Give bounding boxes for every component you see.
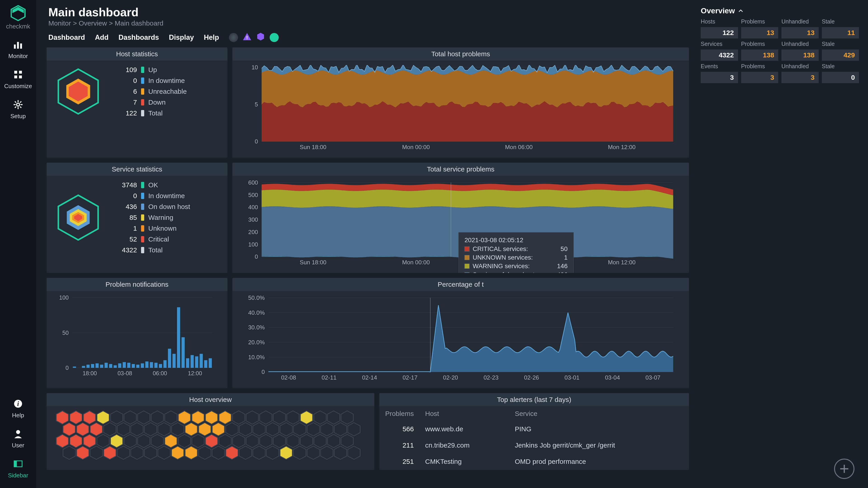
- overview-value[interactable]: 11: [822, 27, 859, 38]
- stats-row[interactable]: 52Critical: [114, 235, 190, 243]
- svg-rect-84: [91, 364, 94, 368]
- toolbar-help[interactable]: Help: [204, 33, 219, 41]
- svg-rect-83: [86, 365, 90, 368]
- host-hex[interactable]: [198, 447, 212, 459]
- toolbar-dashboard[interactable]: Dashboard: [49, 33, 85, 41]
- host-hex[interactable]: [252, 447, 266, 459]
- host-hex[interactable]: [212, 447, 225, 459]
- host-hex[interactable]: [347, 447, 361, 459]
- svg-marker-214: [239, 446, 252, 459]
- host-hex[interactable]: [239, 447, 252, 459]
- sidebar-item-setup[interactable]: Setup: [10, 99, 26, 120]
- svg-text:30.0%: 30.0%: [248, 324, 265, 330]
- stats-row[interactable]: 109Up: [114, 66, 187, 74]
- svg-rect-21: [14, 461, 17, 467]
- overview-label: Problems: [741, 63, 778, 70]
- green-status-icon[interactable]: [270, 33, 279, 42]
- svg-rect-101: [168, 349, 171, 368]
- sidebar-item-sidebar-toggle[interactable]: Sidebar: [8, 458, 28, 479]
- panel-problem-notifications: Problem notifications 05010018:0003-0806…: [46, 278, 227, 388]
- svg-text:5: 5: [255, 101, 258, 107]
- host-hex[interactable]: [103, 447, 117, 459]
- overview-value[interactable]: 429: [822, 50, 859, 61]
- host-hex[interactable]: [307, 447, 320, 459]
- svg-text:100: 100: [59, 295, 69, 301]
- overview-value[interactable]: 0: [822, 72, 859, 83]
- host-hex[interactable]: [117, 447, 130, 459]
- svg-rect-100: [163, 360, 166, 368]
- host-hex[interactable]: [144, 447, 157, 459]
- top-alerters-table: Problems Host Service 566www.web.dePING2…: [379, 406, 689, 470]
- stats-row[interactable]: 4322Total: [114, 246, 190, 254]
- stats-row[interactable]: 0In downtime: [114, 192, 190, 200]
- stats-row[interactable]: 7Down: [114, 98, 187, 106]
- overview-value[interactable]: 3: [701, 72, 738, 83]
- stats-row[interactable]: 85Warning: [114, 214, 190, 221]
- overview-value[interactable]: 138: [741, 50, 778, 61]
- table-row[interactable]: 251CMKTestingOMD prod performance: [380, 454, 688, 469]
- overview-value[interactable]: 13: [781, 27, 819, 38]
- svg-rect-105: [186, 358, 189, 368]
- toolbar-display[interactable]: Display: [169, 33, 194, 41]
- host-hex[interactable]: [279, 447, 293, 459]
- add-fab-button[interactable]: [834, 459, 855, 479]
- host-hex[interactable]: [76, 447, 90, 459]
- host-hex[interactable]: [62, 447, 76, 459]
- chart-problem-notifications[interactable]: 05010018:0003-0806:0012:00: [49, 295, 218, 383]
- tooltip-timestamp: 2021-03-08 02:05:12: [465, 236, 567, 244]
- host-hex[interactable]: [225, 447, 239, 459]
- hex-status-icon[interactable]: [256, 32, 265, 43]
- svg-rect-94: [136, 365, 140, 368]
- sidebar: checkmk Monitor Customize Setup i Help U…: [0, 0, 36, 488]
- chart-percentage[interactable]: 010.0%20.0%30.0%40.0%50.0%02-0802-1102-1…: [235, 295, 680, 385]
- overview-value[interactable]: 3: [781, 72, 819, 83]
- toolbar-add[interactable]: Add: [95, 33, 108, 41]
- overview-label: Stale: [822, 18, 859, 25]
- sidebar-item-monitor[interactable]: Monitor: [8, 39, 28, 60]
- svg-text:100: 100: [248, 241, 258, 248]
- overview-value[interactable]: 3: [741, 72, 778, 83]
- chart-total-host-problems[interactable]: 0510Sun 18:00Mon 00:00Mon 06:00Mon 12:00: [235, 65, 680, 155]
- host-hex[interactable]: [334, 447, 347, 459]
- stats-row[interactable]: 3748OK: [114, 181, 190, 189]
- host-hex[interactable]: [266, 447, 279, 459]
- info-icon: i: [12, 398, 24, 410]
- overview-value[interactable]: 4322: [701, 50, 738, 61]
- toolbar-dashboards[interactable]: Dashboards: [119, 33, 159, 41]
- overview-value[interactable]: 122: [701, 27, 738, 38]
- overview-label: Stale: [822, 63, 859, 70]
- sidebar-item-user[interactable]: User: [12, 428, 24, 449]
- host-overview-hexgrid[interactable]: [46, 406, 374, 465]
- host-hex[interactable]: [293, 447, 307, 459]
- overview-value[interactable]: 138: [781, 50, 819, 61]
- host-hex[interactable]: [130, 447, 144, 459]
- chart-total-service-problems[interactable]: 0100200300400500600Sun 18:00Mon 00:00Mon…: [235, 180, 680, 270]
- host-hex[interactable]: [184, 447, 198, 459]
- host-hex[interactable]: [171, 447, 184, 459]
- svg-text:02-08: 02-08: [281, 375, 296, 381]
- stats-row[interactable]: 0In downtime: [114, 77, 187, 85]
- host-hex[interactable]: [90, 447, 103, 459]
- table-row[interactable]: 566www.web.dePING: [380, 421, 688, 437]
- host-hex[interactable]: [157, 447, 171, 459]
- overview-toggle[interactable]: Overview: [701, 6, 859, 15]
- host-hex[interactable]: [320, 447, 334, 459]
- service-hex-diagram-icon: [53, 193, 103, 242]
- stats-row[interactable]: 1Unknown: [114, 225, 190, 232]
- warning-triangle-icon[interactable]: !: [243, 32, 252, 43]
- sidebar-item-customize[interactable]: Customize: [4, 69, 32, 90]
- svg-text:!: !: [246, 35, 248, 40]
- table-row[interactable]: 211cn.tribe29.comJenkins Job gerrit/cmk_…: [380, 437, 688, 453]
- svg-text:Mon 00:00: Mon 00:00: [402, 144, 430, 150]
- sidebar-item-help[interactable]: i Help: [12, 398, 24, 419]
- globe-icon[interactable]: [229, 33, 238, 42]
- stats-row[interactable]: 122Total: [114, 109, 187, 117]
- stats-row[interactable]: 6Unreachable: [114, 88, 187, 95]
- svg-text:Mon 12:00: Mon 12:00: [608, 259, 636, 265]
- svg-line-13: [15, 101, 16, 103]
- stats-row[interactable]: 436On down host: [114, 203, 190, 210]
- svg-marker-218: [293, 446, 306, 459]
- svg-rect-7: [19, 75, 22, 78]
- svg-text:500: 500: [248, 192, 258, 198]
- overview-value[interactable]: 13: [741, 27, 778, 38]
